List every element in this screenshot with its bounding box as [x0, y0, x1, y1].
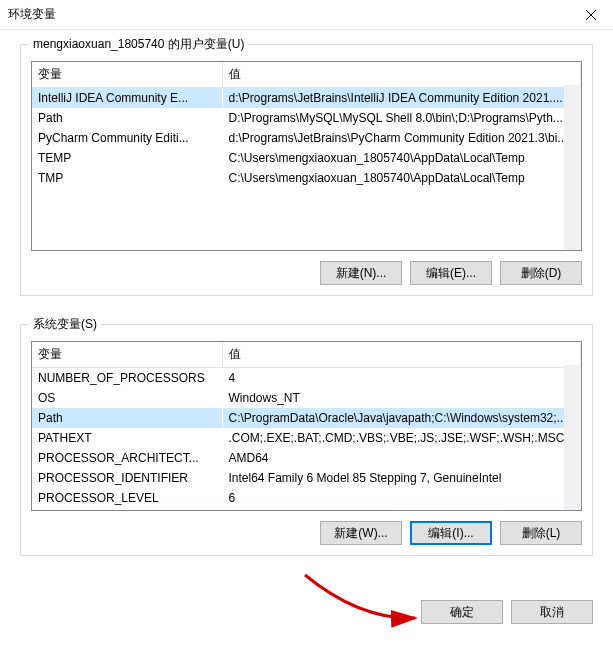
table-row[interactable]: PATHEXT.COM;.EXE;.BAT;.CMD;.VBS;.VBE;.JS…: [32, 428, 581, 448]
user-variables-group: mengxiaoxuan_1805740 的用户变量(U) 变量 值 Intel…: [20, 44, 593, 296]
var-name-cell: TMP: [32, 168, 222, 188]
var-value-cell: C:\Users\mengxiaoxuan_1805740\AppData\Lo…: [222, 168, 581, 188]
system-button-row: 新建(W)... 编辑(I)... 删除(L): [31, 521, 582, 545]
table-row[interactable]: PathD:\Programs\MySQL\MySQL Shell 8.0\bi…: [32, 108, 581, 128]
user-variables-label: mengxiaoxuan_1805740 的用户变量(U): [29, 36, 248, 53]
content-area: mengxiaoxuan_1805740 的用户变量(U) 变量 值 Intel…: [0, 30, 613, 592]
system-variables-label: 系统变量(S): [29, 316, 101, 333]
table-row[interactable]: IntelliJ IDEA Community E...d:\Programs\…: [32, 88, 581, 109]
dialog-footer: 确定 取消: [0, 592, 613, 638]
var-value-cell: .COM;.EXE;.BAT;.CMD;.VBS;.VBE;.JS;.JSE;.…: [222, 428, 581, 448]
table-row[interactable]: TMPC:\Users\mengxiaoxuan_1805740\AppData…: [32, 168, 581, 188]
var-value-cell: 6: [222, 488, 581, 508]
table-row[interactable]: PROCESSOR_LEVEL6: [32, 488, 581, 508]
var-value-cell: Intel64 Family 6 Model 85 Stepping 7, Ge…: [222, 468, 581, 488]
user-variables-table[interactable]: 变量 值 IntelliJ IDEA Community E...d:\Prog…: [31, 61, 582, 251]
var-value-cell: D:\Programs\MySQL\MySQL Shell 8.0\bin\;D…: [222, 108, 581, 128]
var-name-cell: IntelliJ IDEA Community E...: [32, 88, 222, 109]
ok-button[interactable]: 确定: [421, 600, 503, 624]
column-header-name[interactable]: 变量: [32, 342, 222, 368]
system-variables-group: 系统变量(S) 变量 值 NUMBER_OF_PROCESSORS4OSWind…: [20, 324, 593, 556]
scrollbar[interactable]: [564, 365, 581, 510]
delete-user-var-button[interactable]: 删除(D): [500, 261, 582, 285]
var-name-cell: PROCESSOR_IDENTIFIER: [32, 468, 222, 488]
table-row[interactable]: NUMBER_OF_PROCESSORS4: [32, 368, 581, 389]
new-user-var-button[interactable]: 新建(N)...: [320, 261, 402, 285]
var-value-cell: d:\Programs\JetBrains\IntelliJ IDEA Comm…: [222, 88, 581, 109]
var-value-cell: AMD64: [222, 448, 581, 468]
column-header-value[interactable]: 值: [222, 342, 581, 368]
edit-system-var-button[interactable]: 编辑(I)...: [410, 521, 492, 545]
var-name-cell: NUMBER_OF_PROCESSORS: [32, 368, 222, 389]
new-system-var-button[interactable]: 新建(W)...: [320, 521, 402, 545]
close-button[interactable]: [568, 0, 613, 30]
var-value-cell: d:\Programs\JetBrains\PyCharm Community …: [222, 128, 581, 148]
table-row[interactable]: PyCharm Community Editi...d:\Programs\Je…: [32, 128, 581, 148]
delete-system-var-button[interactable]: 删除(L): [500, 521, 582, 545]
table-row[interactable]: TEMPC:\Users\mengxiaoxuan_1805740\AppDat…: [32, 148, 581, 168]
system-variables-table[interactable]: 变量 值 NUMBER_OF_PROCESSORS4OSWindows_NTPa…: [31, 341, 582, 511]
var-name-cell: OS: [32, 388, 222, 408]
column-header-name[interactable]: 变量: [32, 62, 222, 88]
titlebar: 环境变量: [0, 0, 613, 30]
table-row[interactable]: PathC:\ProgramData\Oracle\Java\javapath;…: [32, 408, 581, 428]
var-name-cell: Path: [32, 108, 222, 128]
edit-user-var-button[interactable]: 编辑(E)...: [410, 261, 492, 285]
var-name-cell: PATHEXT: [32, 428, 222, 448]
table-row[interactable]: PROCESSOR_IDENTIFIERIntel64 Family 6 Mod…: [32, 468, 581, 488]
var-value-cell: Windows_NT: [222, 388, 581, 408]
var-value-cell: C:\ProgramData\Oracle\Java\javapath;C:\W…: [222, 408, 581, 428]
var-name-cell: PROCESSOR_ARCHITECT...: [32, 448, 222, 468]
cancel-button[interactable]: 取消: [511, 600, 593, 624]
table-row[interactable]: OSWindows_NT: [32, 388, 581, 408]
window-title: 环境变量: [8, 6, 568, 23]
var-name-cell: TEMP: [32, 148, 222, 168]
scrollbar[interactable]: [564, 85, 581, 250]
column-header-value[interactable]: 值: [222, 62, 581, 88]
table-row[interactable]: PROCESSOR_ARCHITECT...AMD64: [32, 448, 581, 468]
var-name-cell: PROCESSOR_LEVEL: [32, 488, 222, 508]
var-name-cell: Path: [32, 408, 222, 428]
var-value-cell: 4: [222, 368, 581, 389]
close-icon: [586, 10, 596, 20]
var-value-cell: C:\Users\mengxiaoxuan_1805740\AppData\Lo…: [222, 148, 581, 168]
var-name-cell: PyCharm Community Editi...: [32, 128, 222, 148]
user-button-row: 新建(N)... 编辑(E)... 删除(D): [31, 261, 582, 285]
